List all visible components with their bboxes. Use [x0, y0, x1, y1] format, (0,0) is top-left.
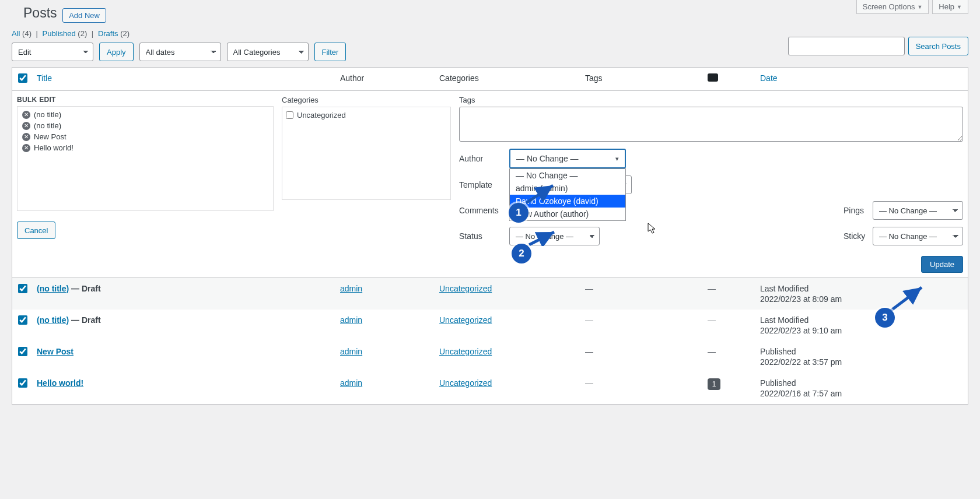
- annotation-bubble-3: 3: [875, 308, 895, 328]
- comments-field-label: Comments: [459, 206, 509, 215]
- date-status: Published: [760, 347, 962, 356]
- sticky-select[interactable]: — No Change —: [873, 227, 963, 245]
- author-option[interactable]: admin (admin): [510, 182, 625, 195]
- category-link[interactable]: Uncategorized: [439, 284, 492, 293]
- bulk-post-item: ✕ Hello world!: [18, 142, 273, 153]
- bulk-post-item: ✕ New Post: [18, 131, 273, 142]
- posts-table: Title Author Categories Tags Date BULK E…: [12, 67, 968, 405]
- status-field-label: Status: [459, 231, 509, 241]
- col-title[interactable]: Title: [37, 73, 52, 83]
- bulk-edit-heading: BULK EDIT: [17, 96, 274, 104]
- remove-icon[interactable]: ✕: [22, 122, 30, 130]
- category-filter-select[interactable]: All Categories: [227, 43, 309, 61]
- update-button[interactable]: Update: [921, 256, 963, 273]
- remove-icon[interactable]: ✕: [22, 111, 30, 119]
- search-input[interactable]: [788, 37, 905, 55]
- filter-button[interactable]: Filter: [314, 43, 346, 61]
- comments-badge[interactable]: 1: [708, 378, 720, 390]
- category-link[interactable]: Uncategorized: [439, 315, 492, 325]
- author-option[interactable]: — No Change —: [510, 169, 625, 182]
- author-field-label: Author: [459, 154, 509, 163]
- post-state: — Draft: [71, 284, 101, 293]
- filter-all[interactable]: All: [12, 29, 20, 38]
- date-when: 2022/02/23 at 9:10 am: [760, 326, 962, 335]
- category-link[interactable]: Uncategorized: [439, 378, 492, 388]
- author-link[interactable]: admin: [340, 284, 362, 293]
- apply-button[interactable]: Apply: [99, 43, 134, 61]
- cursor-icon: [648, 223, 657, 234]
- date-status: Last Modified: [760, 284, 962, 293]
- search-posts-button[interactable]: Search Posts: [908, 37, 968, 55]
- author-select[interactable]: — No Change — ▾: [509, 149, 626, 168]
- date-when: 2022/02/23 at 8:09 am: [760, 294, 962, 304]
- col-categories: Categories: [433, 68, 579, 91]
- bulk-action-select[interactable]: Edit: [12, 43, 93, 61]
- pings-select[interactable]: — No Change —: [873, 201, 963, 220]
- bulk-categories-label: Categories: [282, 96, 451, 104]
- bulk-category-list[interactable]: Uncategorized: [282, 107, 451, 200]
- table-row: (no title) — Draft admin Uncategorized —…: [12, 310, 968, 341]
- bulk-post-item: ✕ (no title): [18, 120, 273, 131]
- table-row: New Post admin Uncategorized — — Publish…: [12, 341, 968, 373]
- col-author: Author: [334, 68, 433, 91]
- comments-value: —: [708, 347, 716, 356]
- row-checkbox[interactable]: [18, 284, 27, 293]
- date-when: 2022/02/22 at 3:57 pm: [760, 357, 962, 367]
- filter-published[interactable]: Published: [43, 29, 76, 38]
- col-tags: Tags: [579, 68, 702, 91]
- annotation-bubble-2: 2: [512, 244, 531, 263]
- remove-icon[interactable]: ✕: [22, 133, 30, 141]
- table-row: Hello world! admin Uncategorized — 1 Pub…: [12, 373, 968, 404]
- date-status: Last Modified: [760, 315, 962, 325]
- row-checkbox[interactable]: [18, 378, 27, 388]
- filter-drafts[interactable]: Drafts: [98, 29, 118, 38]
- category-option[interactable]: Uncategorized: [286, 111, 447, 120]
- cancel-button[interactable]: Cancel: [17, 222, 55, 239]
- category-checkbox[interactable]: [286, 111, 293, 119]
- comments-column-icon: [708, 73, 718, 82]
- sticky-field-label: Sticky: [832, 231, 873, 241]
- screen-options-tab[interactable]: Screen Options ▼: [856, 0, 929, 14]
- chevron-down-icon: ▼: [957, 4, 962, 10]
- tags-value: —: [585, 378, 593, 388]
- screen-options-label: Screen Options: [863, 2, 915, 11]
- status-select[interactable]: — No Change —: [509, 227, 600, 245]
- pings-field-label: Pings: [832, 206, 873, 215]
- tags-value: —: [585, 315, 593, 325]
- tags-input[interactable]: [459, 107, 963, 142]
- post-title-link[interactable]: Hello world!: [37, 378, 83, 388]
- post-state: — Draft: [71, 315, 101, 325]
- comments-value: —: [708, 284, 716, 293]
- table-row: (no title) — Draft admin Uncategorized —…: [12, 278, 968, 310]
- date-filter-select[interactable]: All dates: [139, 43, 221, 61]
- add-new-button[interactable]: Add New: [62, 8, 106, 23]
- post-title-link[interactable]: (no title): [37, 284, 69, 293]
- tags-value: —: [585, 284, 593, 293]
- help-label: Help: [939, 2, 954, 11]
- author-link[interactable]: admin: [340, 347, 362, 356]
- remove-icon[interactable]: ✕: [22, 144, 30, 152]
- post-title-link[interactable]: New Post: [37, 347, 74, 356]
- help-tab[interactable]: Help ▼: [932, 0, 968, 14]
- select-all-checkbox[interactable]: [18, 73, 27, 83]
- author-link[interactable]: admin: [340, 315, 362, 325]
- author-link[interactable]: admin: [340, 378, 362, 388]
- row-checkbox[interactable]: [18, 347, 27, 356]
- bulk-post-item: ✕ (no title): [18, 109, 273, 120]
- bulk-post-list[interactable]: ✕ (no title) ✕ (no title) ✕ New Post: [17, 106, 274, 211]
- date-when: 2022/02/16 at 7:57 am: [760, 389, 962, 398]
- page-title: Posts: [12, 0, 57, 23]
- chevron-down-icon: ▾: [615, 155, 619, 163]
- row-checkbox[interactable]: [18, 315, 27, 325]
- date-status: Published: [760, 378, 962, 388]
- chevron-down-icon: ▼: [917, 4, 922, 10]
- bulk-tags-label: Tags: [459, 96, 963, 104]
- col-date[interactable]: Date: [760, 73, 778, 83]
- annotation-bubble-1: 1: [509, 203, 528, 223]
- category-link[interactable]: Uncategorized: [439, 347, 492, 356]
- author-option[interactable]: David Ozokoye (david): [510, 195, 625, 208]
- post-title-link[interactable]: (no title): [37, 315, 69, 325]
- tags-value: —: [585, 347, 593, 356]
- template-field-label: Template: [459, 180, 509, 189]
- comments-value: —: [708, 315, 716, 325]
